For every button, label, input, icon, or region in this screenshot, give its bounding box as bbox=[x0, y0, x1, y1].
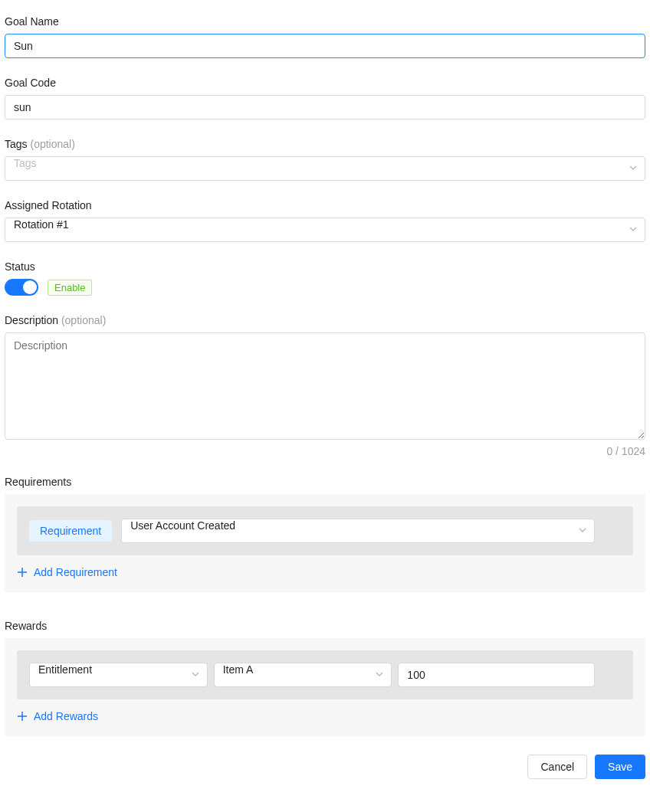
tags-placeholder: Tags bbox=[14, 157, 37, 169]
add-rewards-label: Add Rewards bbox=[34, 710, 98, 722]
status-toggle[interactable] bbox=[5, 279, 38, 296]
description-textarea[interactable] bbox=[5, 332, 645, 440]
cancel-button[interactable]: Cancel bbox=[527, 755, 587, 779]
description-label-text: Description bbox=[5, 314, 58, 326]
assigned-rotation-select[interactable]: Rotation #1 bbox=[5, 218, 645, 242]
description-optional-text: (optional) bbox=[61, 314, 106, 326]
add-rewards-button[interactable]: Add Rewards bbox=[17, 710, 98, 722]
requirement-value: User Account Created bbox=[121, 519, 595, 543]
rewards-label: Rewards bbox=[5, 620, 645, 632]
assigned-rotation-value: Rotation #1 bbox=[5, 218, 645, 242]
reward-item-select[interactable]: Item A bbox=[214, 663, 392, 687]
goal-name-label: Goal Name bbox=[5, 15, 645, 28]
toggle-knob bbox=[23, 280, 37, 294]
tags-label-text: Tags bbox=[5, 138, 28, 150]
assigned-rotation-label: Assigned Rotation bbox=[5, 199, 645, 211]
requirements-label: Requirements bbox=[5, 476, 645, 488]
goal-code-input[interactable] bbox=[5, 95, 645, 120]
tags-optional-text: (optional) bbox=[30, 138, 74, 150]
reward-type-select[interactable]: Entitlement bbox=[29, 663, 208, 687]
plus-icon bbox=[17, 567, 28, 578]
tags-select[interactable]: Tags bbox=[5, 156, 645, 181]
reward-type-value: Entitlement bbox=[29, 663, 208, 687]
reward-row: Entitlement Item A bbox=[17, 650, 633, 699]
rewards-panel: Entitlement Item A Add Rewards bbox=[5, 638, 645, 736]
tags-label: Tags (optional) bbox=[5, 138, 645, 150]
reward-qty-input[interactable] bbox=[398, 663, 595, 687]
plus-icon bbox=[17, 711, 28, 722]
requirement-row: Requirement User Account Created bbox=[17, 506, 633, 555]
requirement-badge: Requirement bbox=[29, 520, 112, 542]
goal-code-label: Goal Code bbox=[5, 77, 645, 89]
requirement-select[interactable]: User Account Created bbox=[121, 519, 595, 543]
save-button[interactable]: Save bbox=[595, 755, 645, 779]
description-counter: 0 / 1024 bbox=[5, 445, 645, 457]
requirements-panel: Requirement User Account Created Add Req… bbox=[5, 494, 645, 592]
footer-actions: Cancel Save bbox=[5, 755, 645, 779]
add-requirement-button[interactable]: Add Requirement bbox=[17, 566, 117, 578]
reward-item-value: Item A bbox=[214, 663, 392, 687]
goal-name-input[interactable] bbox=[5, 34, 645, 58]
description-label: Description (optional) bbox=[5, 314, 645, 326]
status-label: Status bbox=[5, 260, 645, 273]
status-badge: Enable bbox=[48, 280, 92, 296]
add-requirement-label: Add Requirement bbox=[34, 566, 117, 578]
